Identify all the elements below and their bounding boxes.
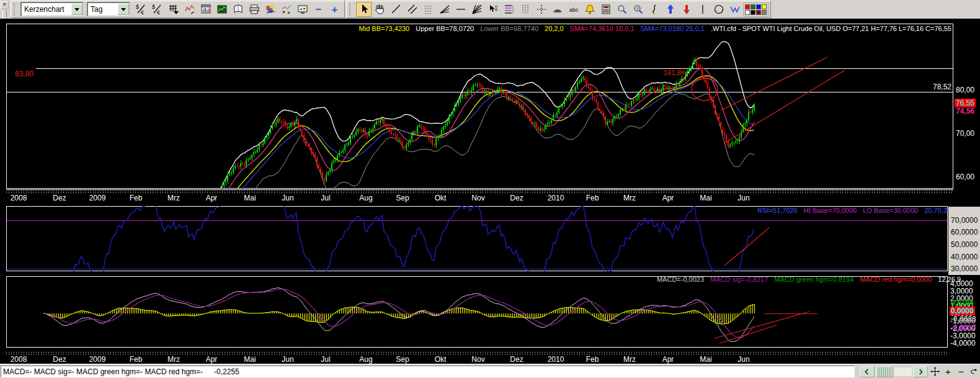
zoom-icon[interactable]: [614, 2, 630, 17]
bb-mid-line: [79, 76, 754, 272]
rsi-axis-label: 70,0000: [951, 216, 978, 225]
macd-axis-label: -4,0000: [950, 339, 976, 348]
zoom-area-icon[interactable]: ?: [630, 2, 646, 17]
candles-up: [50, 59, 755, 285]
plus-icon[interactable]: +: [942, 366, 954, 377]
time-axis-label: 2008: [11, 194, 27, 202]
palette-color-swatch[interactable]: [756, 10, 761, 15]
palette-color-swatch[interactable]: [751, 10, 755, 15]
macd-trendline-1: [715, 312, 809, 338]
palette-color-swatch[interactable]: [745, 10, 750, 15]
time-axis-label: Jun: [282, 194, 293, 202]
status-text: MACD=- MACD sig=- MACD green hgm=- MACD …: [3, 367, 203, 376]
time-axis-label: 2009: [89, 194, 106, 202]
currency-dollar-euro-2-icon[interactable]: $€: [149, 2, 165, 17]
header-segment: Lower BB=68,7740: [480, 25, 538, 32]
chevron-down-icon[interactable]: [118, 4, 129, 15]
time-axis2-label: 2008: [11, 355, 27, 364]
dotted-grid-icon[interactable]: [421, 2, 436, 17]
palette-color-swatch[interactable]: [762, 4, 767, 9]
chart-window-icon[interactable]: [198, 2, 213, 17]
signals-icon[interactable]: [278, 2, 294, 17]
toolbar-section-drawing: abc?: [346, 1, 771, 18]
hline-right-label: 78,52: [918, 83, 951, 91]
scroll-thumb[interactable]: [876, 366, 893, 377]
minus-icon[interactable]: −: [955, 366, 967, 377]
wave-icon[interactable]: [646, 2, 662, 17]
calculator-icon[interactable]: [598, 2, 613, 17]
currency-dollar-euro-icon[interactable]: $€: [133, 2, 149, 17]
trendline-icon[interactable]: [388, 2, 404, 17]
annotation-ellipse: [692, 78, 718, 101]
chart-green-icon[interactable]: [214, 2, 229, 17]
macd-value-tag: 0,0000: [950, 307, 975, 315]
chart-paint-icon[interactable]: [262, 2, 278, 17]
macd-histogram: [47, 304, 754, 324]
zoom-out-minus-icon[interactable]: −: [311, 2, 326, 17]
macd-value-tag: -0,8217: [950, 323, 978, 332]
undo-icon[interactable]: [968, 366, 980, 377]
time-axis-label: Aug: [359, 194, 372, 202]
palette-color-swatch[interactable]: [751, 4, 755, 9]
time-axis-label: Feb: [130, 194, 143, 202]
chevron-down-icon[interactable]: [71, 4, 82, 15]
palette-color-swatch[interactable]: [745, 4, 750, 9]
svg-text:€: €: [157, 9, 160, 15]
hand-icon[interactable]: [372, 2, 388, 17]
fibonacci-retracement-icon[interactable]: [501, 2, 517, 17]
pan-icon[interactable]: [929, 366, 941, 377]
time-axis-label: Jun: [737, 194, 749, 202]
toolbar-grip[interactable]: [14, 3, 18, 16]
horizontal-line-icon[interactable]: [453, 2, 468, 17]
time-axis2-label: Mai: [700, 355, 711, 364]
alarm-bell-icon[interactable]: [582, 2, 597, 17]
vertical-grid-icon[interactable]: [517, 2, 533, 17]
circle-icon[interactable]: [711, 2, 726, 17]
zoom-in-plus-icon[interactable]: +: [327, 2, 342, 17]
indicator-zigzag-icon[interactable]: [182, 2, 197, 17]
palette-color-swatch[interactable]: [762, 10, 767, 15]
text-tool-icon[interactable]: abc: [566, 2, 581, 17]
period-select[interactable]: Tag: [87, 2, 130, 17]
hline-left-label: 83,80: [15, 70, 33, 78]
pointer-icon[interactable]: [356, 2, 372, 17]
screen-signals-icon[interactable]: [295, 2, 310, 17]
scroll-track[interactable]: [894, 367, 912, 376]
chart-type-value: Kerzenchart: [22, 5, 71, 14]
scroll-left-icon[interactable]: [860, 366, 875, 377]
header-segment: 20,2,0: [545, 25, 564, 32]
indicator-status-field: MACD=- MACD sig=- MACD green hgm=- MACD …: [1, 366, 855, 377]
color-palette[interactable]: [743, 2, 768, 17]
vertical-line-icon[interactable]: [695, 2, 710, 17]
fan-lines-icon[interactable]: [437, 2, 452, 17]
macd-value-tag: -0,0023: [950, 315, 978, 323]
zigzag-icon[interactable]: [727, 2, 742, 17]
chart-canvas[interactable]: 161,8%: [0, 19, 980, 364]
chart-area[interactable]: 161,8% Mid BB=73,4230Upper BB=78,0720Low…: [0, 19, 980, 364]
close-icon[interactable]: ×: [1, 1, 9, 9]
arrow-down-icon[interactable]: [679, 2, 694, 17]
chart-type-select[interactable]: Kerzenchart: [20, 2, 84, 17]
time-axis2-label: Sep: [396, 355, 409, 364]
grid-settings-icon[interactable]: [166, 2, 181, 17]
toolbar-grip[interactable]: [2, 11, 7, 18]
time-axis2-label: 2010: [548, 355, 564, 364]
notebook-icon[interactable]: [230, 2, 246, 17]
parallel-lines-icon[interactable]: [404, 2, 420, 17]
arrow-up-icon[interactable]: [662, 2, 678, 17]
toolbar-grip[interactable]: [349, 3, 354, 16]
pointer-colors-icon[interactable]: [485, 2, 501, 17]
arcs-icon[interactable]: [550, 2, 565, 17]
time-axis-label: Mai: [700, 194, 711, 202]
header-segment: MACD=-0,0023: [657, 276, 704, 283]
header-segment: RSI=51,7026: [757, 207, 798, 214]
rsi-axis-label: 60,0000: [951, 228, 978, 236]
rsi-trendline: [724, 228, 769, 266]
palette-color-swatch[interactable]: [756, 4, 761, 9]
sma10-line: [60, 68, 754, 279]
printer-icon[interactable]: [246, 2, 262, 17]
scroll-right-icon[interactable]: [913, 366, 928, 377]
gann-fan-icon[interactable]: [469, 2, 484, 17]
time-axis2-label: Mai: [244, 355, 256, 364]
crosshair-icon[interactable]: [533, 2, 549, 17]
